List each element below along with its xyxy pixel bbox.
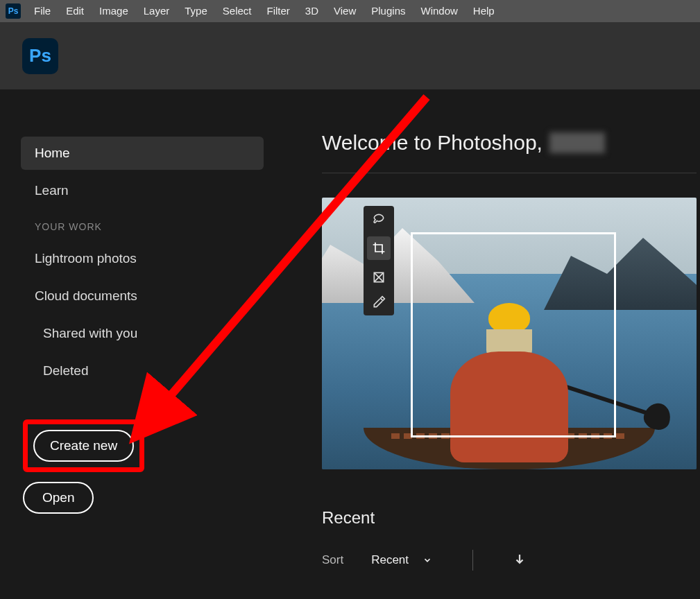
welcome-preview-image	[322, 198, 697, 469]
menu-help[interactable]: Help	[466, 0, 502, 22]
menu-image[interactable]: Image	[92, 0, 136, 22]
menu-window[interactable]: Window	[413, 0, 465, 22]
transform-icon	[371, 270, 386, 285]
annotation-highlight: Create new	[23, 419, 144, 472]
sidebar-item-home[interactable]: Home	[21, 137, 264, 170]
menu-layer[interactable]: Layer	[136, 0, 178, 22]
menu-filter[interactable]: Filter	[259, 0, 298, 22]
home-body: Home Learn YOUR WORK Lightroom photos Cl…	[0, 89, 700, 599]
sort-dropdown[interactable]: Recent	[371, 553, 432, 567]
divider	[322, 173, 697, 173]
menu-edit[interactable]: Edit	[58, 0, 92, 22]
sidebar-item-cloud-documents[interactable]: Cloud documents	[21, 279, 264, 313]
menu-select[interactable]: Select	[215, 0, 259, 22]
sort-value: Recent	[371, 553, 409, 567]
vertical-divider	[472, 550, 473, 571]
app-header: Ps	[0, 22, 700, 89]
menu-view[interactable]: View	[326, 0, 364, 22]
sort-row: Sort Recent	[322, 550, 700, 571]
chevron-down-icon	[422, 555, 432, 565]
welcome-heading: Welcome to Photoshop,	[322, 131, 700, 155]
menu-3d[interactable]: 3D	[298, 0, 326, 22]
menu-plugins[interactable]: Plugins	[364, 0, 413, 22]
menu-bar: Ps File Edit Image Layer Type Select Fil…	[0, 0, 700, 22]
recent-heading: Recent	[322, 508, 700, 528]
app-icon-small: Ps	[6, 3, 21, 19]
main-panel: Welcome to Photoshop,	[298, 89, 700, 599]
eyedropper-icon	[371, 295, 386, 310]
sidebar-item-lightroom-photos[interactable]: Lightroom photos	[21, 242, 264, 275]
sidebar-item-learn[interactable]: Learn	[21, 174, 264, 207]
create-new-button[interactable]: Create new	[33, 430, 134, 462]
welcome-text: Welcome to Photoshop,	[322, 131, 543, 155]
lasso-icon	[371, 211, 386, 227]
sidebar: Home Learn YOUR WORK Lightroom photos Cl…	[0, 89, 298, 599]
sidebar-item-deleted[interactable]: Deleted	[21, 354, 272, 388]
sort-label: Sort	[322, 553, 343, 567]
menu-type[interactable]: Type	[177, 0, 215, 22]
sidebar-item-shared-with-you[interactable]: Shared with you	[21, 317, 272, 350]
sort-direction-button[interactable]	[513, 553, 526, 568]
crop-overlay	[411, 232, 616, 437]
crop-icon	[367, 236, 391, 260]
app-icon-large: Ps	[22, 38, 58, 74]
arrow-down-icon	[513, 553, 526, 565]
welcome-username-redacted	[549, 132, 605, 153]
sidebar-section-your-work: YOUR WORK	[35, 221, 298, 232]
preview-toolbar	[364, 206, 394, 315]
open-button[interactable]: Open	[23, 482, 94, 514]
menu-file[interactable]: File	[26, 0, 58, 22]
